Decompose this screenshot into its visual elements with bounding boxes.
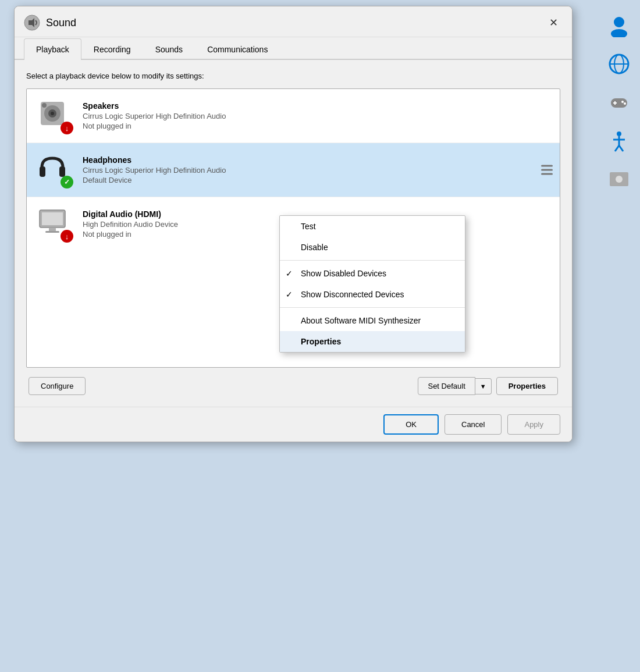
speakers-status: Not plugged in (83, 122, 550, 130)
context-test[interactable]: Test (280, 216, 465, 237)
hdmi-status-badge (61, 230, 73, 243)
show-disconnected-check: ✓ (286, 290, 293, 299)
svg-line-13 (615, 145, 619, 151)
context-show-disconnected[interactable]: ✓ Show Disconnected Devices (280, 284, 465, 305)
svg-point-10 (617, 131, 621, 136)
context-separator-2 (280, 307, 465, 308)
context-menu: Test Disable ✓ Show Disabled Devices ✓ S… (279, 215, 465, 353)
sidebar-photo-icon[interactable] (605, 165, 633, 193)
configure-button[interactable]: Configure (29, 377, 86, 395)
sound-title-icon (24, 15, 40, 31)
right-buttons: Set Default ▼ Properties (418, 377, 558, 395)
headphones-status: Default Device (83, 176, 550, 184)
svg-point-16 (616, 176, 623, 183)
speakers-info: Speakers Cirrus Logic Superior High Defi… (83, 101, 550, 130)
tab-sounds[interactable]: Sounds (143, 38, 195, 60)
show-disabled-check: ✓ (286, 269, 293, 278)
svg-point-22 (51, 112, 54, 115)
sidebar (598, 0, 640, 672)
headphones-icon-wrap (36, 151, 73, 189)
context-separator-1 (280, 260, 465, 261)
svg-rect-28 (49, 227, 56, 231)
set-default-button[interactable]: Set Default (418, 377, 475, 395)
speakers-sub: Cirrus Logic Superior High Definition Au… (83, 112, 550, 120)
hdmi-icon-wrap (36, 205, 73, 243)
set-default-arrow-button[interactable]: ▼ (475, 378, 492, 394)
sidebar-globe-icon[interactable] (605, 50, 633, 78)
context-show-disabled[interactable]: ✓ Show Disabled Devices (280, 263, 465, 284)
speakers-icon-wrap (36, 97, 73, 134)
svg-line-14 (619, 145, 623, 151)
svg-rect-7 (613, 102, 617, 104)
headphones-status-badge (61, 176, 73, 189)
title-left: Sound (24, 15, 76, 31)
sidebar-gamepad-icon[interactable] (605, 88, 633, 116)
cancel-button[interactable]: Cancel (445, 414, 502, 435)
tab-recording[interactable]: Recording (81, 38, 143, 60)
bottom-bar: Configure Set Default ▼ Properties (26, 377, 560, 397)
dialog-title: Sound (46, 17, 76, 29)
dialog-footer: OK Cancel Apply (15, 407, 572, 442)
context-properties[interactable]: Properties (280, 331, 465, 352)
context-about-midi[interactable]: About Software MIDI Synthesizer (280, 310, 465, 331)
headphones-name: Headphones (83, 155, 550, 165)
svg-rect-24 (40, 166, 45, 177)
sidebar-user-icon[interactable] (605, 12, 633, 40)
device-headphones[interactable]: Headphones Cirrus Logic Superior High De… (27, 143, 560, 197)
sidebar-accessibility-icon[interactable] (605, 127, 633, 155)
tab-communications[interactable]: Communications (195, 38, 280, 60)
headphones-sub: Cirrus Logic Superior High Definition Au… (83, 166, 550, 175)
headphones-info: Headphones Cirrus Logic Superior High De… (83, 155, 550, 184)
svg-rect-27 (42, 212, 63, 225)
context-disable[interactable]: Disable (280, 237, 465, 258)
tab-bar: Playback Recording Sounds Communications (15, 37, 572, 60)
title-bar: Sound ✕ (15, 6, 572, 37)
close-button[interactable]: ✕ (544, 13, 563, 32)
svg-point-23 (42, 103, 47, 108)
speakers-name: Speakers (83, 101, 550, 111)
speakers-status-badge (61, 122, 73, 134)
svg-rect-29 (45, 231, 59, 233)
properties-button[interactable]: Properties (496, 377, 558, 395)
svg-point-0 (614, 17, 624, 27)
instruction-text: Select a playback device below to modify… (26, 72, 560, 80)
svg-point-8 (621, 101, 624, 103)
row-menu-icon[interactable] (541, 165, 553, 175)
svg-rect-25 (59, 166, 65, 177)
svg-point-1 (611, 29, 627, 37)
device-speakers[interactable]: Speakers Cirrus Logic Superior High Defi… (27, 89, 560, 143)
apply-button[interactable]: Apply (507, 414, 560, 435)
svg-point-9 (624, 102, 626, 105)
tab-playback[interactable]: Playback (24, 38, 81, 60)
ok-button[interactable]: OK (383, 414, 439, 435)
